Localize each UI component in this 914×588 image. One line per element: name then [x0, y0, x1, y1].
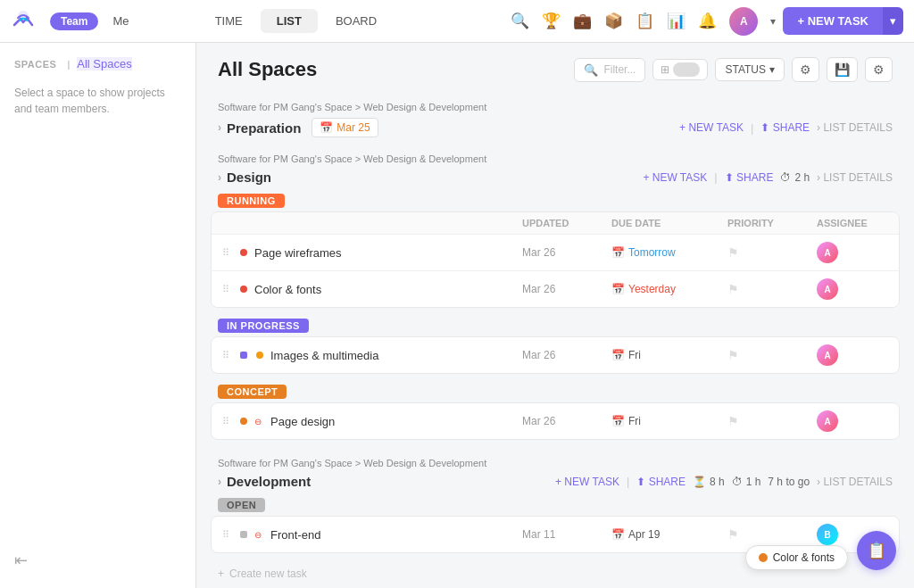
open-dev-group-header: OPEN [196, 494, 914, 516]
task-status-dot [256, 352, 263, 359]
preparation-header: › Preparation 📅 Mar 25 + NEW TASK | ⬆ SH… [196, 114, 914, 143]
task-assignee: A [817, 344, 838, 366]
chevron-down-icon[interactable]: ▾ [770, 15, 776, 28]
task-priority-dot [240, 531, 247, 538]
design-share[interactable]: ⬆ SHARE [725, 171, 774, 184]
preparation-new-task[interactable]: + NEW TASK [679, 121, 744, 134]
design-new-task[interactable]: + NEW TASK [643, 171, 707, 184]
development-path: Software for PM Gang's Space > Web Desig… [196, 447, 914, 470]
floating-action-button[interactable]: 📋 [857, 531, 896, 570]
design-time-badge: ⏱2 h [780, 171, 810, 184]
development-header: › Development + NEW TASK | ⬆ SHARE ⏳8 h … [196, 470, 914, 494]
spaces-label: SPACES [14, 59, 56, 70]
sidebar-separator: | [67, 59, 70, 70]
view-toggle[interactable] [673, 62, 700, 77]
task-assignee: B [817, 524, 838, 545]
briefcase-icon[interactable]: 💼 [573, 12, 592, 30]
task-flag: ⚑ [727, 282, 817, 296]
table-row[interactable]: ⠿ ⊖ Page design Mar 26 📅 Fri ⚑ A [212, 403, 899, 439]
tab-time[interactable]: TIME [199, 9, 259, 33]
preparation-list-details[interactable]: › LIST DETAILS [817, 121, 893, 134]
inprogress-task-table: ⠿ Images & multimedia Mar 26 📅 Fri ⚑ A [211, 336, 900, 374]
tab-list[interactable]: LIST [261, 9, 318, 33]
color-fonts-label: Color & fonts [773, 551, 835, 564]
chevron-icon: › [218, 171, 221, 184]
filter-bar: 🔍 Filter... ⊞ STATUS ▾ ⚙ 💾 ⚙ [574, 57, 893, 82]
user-avatar[interactable]: A [729, 7, 758, 36]
task-status-icon: ⊖ [254, 530, 262, 540]
filter-search-icon: 🔍 [584, 63, 598, 77]
concept-task-table: ⠿ ⊖ Page design Mar 26 📅 Fri ⚑ A [211, 402, 900, 440]
design-actions: + NEW TASK | ⬆ SHARE ⏱2 h › LIST DETAILS [643, 170, 893, 184]
dev-time-badge3: 7 h to go [768, 476, 810, 488]
list-icon[interactable]: 📋 [636, 12, 654, 30]
sidebar-item-all-spaces[interactable]: All Spaces [77, 57, 131, 70]
sidebar-description: Select a space to show projects and team… [0, 78, 195, 117]
running-badge: RUNNING [218, 194, 285, 208]
sidebar-header: SPACES | All Spaces [0, 54, 195, 78]
task-priority-dot [240, 418, 247, 425]
task-title: Page wireframes [254, 246, 342, 260]
toggle-wrap: ⊞ [652, 59, 708, 80]
filter-input[interactable]: 🔍 Filter... [574, 58, 645, 82]
tab-board[interactable]: BOARD [320, 9, 393, 33]
team-badge[interactable]: Team [50, 12, 98, 30]
status-filter-button[interactable]: STATUS ▾ [715, 58, 785, 81]
preparation-share[interactable]: ⬆ SHARE [760, 121, 810, 134]
task-updated: Mar 26 [522, 246, 611, 259]
sidebar-collapse-button[interactable]: ⇤ [0, 543, 195, 577]
drag-handle: ⠿ [222, 529, 229, 541]
settings-icon-button[interactable]: ⚙ [865, 57, 893, 82]
table-row[interactable]: ⠿ Images & multimedia Mar 26 📅 Fri ⚑ A [212, 337, 899, 373]
grid-icon: ⊞ [661, 63, 669, 76]
task-name: ⠿ ⊖ Front-end [222, 528, 522, 542]
task-flag: ⚑ [727, 245, 817, 260]
new-task-button[interactable]: + NEW TASK [783, 7, 883, 35]
task-due: 📅 Fri [611, 415, 727, 427]
sidebar: SPACES | All Spaces Select a space to sh… [0, 43, 196, 588]
task-updated: Mar 26 [522, 283, 611, 295]
task-name: ⠿ Page wireframes [222, 246, 522, 260]
table-row[interactable]: ⠿ Page wireframes Mar 26 📅 Tomorrow ⚑ A [212, 235, 899, 271]
development-actions: + NEW TASK | ⬆ SHARE ⏳8 h ⏱1 h 7 h to go… [555, 475, 893, 488]
task-assignee: A [817, 278, 838, 300]
logo [11, 9, 36, 34]
filter-icon-button[interactable]: ⚙ [792, 57, 819, 82]
chart-icon[interactable]: 📊 [667, 12, 686, 30]
col-priority: PRIORITY [727, 218, 817, 228]
topnav: Team Me TIME LIST BOARD 🔍 🏆 💼 📦 📋 📊 🔔 A … [0, 0, 914, 43]
col-due-date: DUE DATE [611, 218, 727, 228]
nav-tabs: TIME LIST BOARD [199, 9, 393, 33]
task-assignee: A [817, 242, 838, 263]
open-badge: OPEN [218, 498, 265, 512]
color-fonts-dot [759, 553, 768, 562]
chevron-icon: › [218, 476, 221, 488]
task-name: ⠿ ⊖ Page design [222, 415, 522, 428]
cube-icon[interactable]: 📦 [604, 12, 623, 30]
task-name: ⠿ Images & multimedia [222, 349, 522, 362]
drag-handle: ⠿ [222, 416, 229, 427]
table-row[interactable]: ⠿ Color & fonts Mar 26 📅 Yesterday ⚑ A [212, 271, 899, 307]
running-group-header: RUNNING [196, 190, 914, 211]
dev-share[interactable]: ⬆ SHARE [636, 476, 686, 488]
me-button[interactable]: Me [105, 11, 136, 31]
task-due: 📅 Yesterday [611, 283, 727, 295]
task-status-icon: ⊖ [254, 417, 262, 427]
bell-icon[interactable]: 🔔 [698, 12, 717, 30]
page-title: All Spaces [218, 58, 317, 81]
design-list-details[interactable]: › LIST DETAILS [817, 171, 893, 184]
inprogress-badge: IN PROGRESS [218, 319, 309, 333]
search-icon[interactable]: 🔍 [511, 12, 529, 30]
task-title: Page design [270, 415, 335, 428]
dev-list-details[interactable]: › LIST DETAILS [817, 476, 893, 488]
color-fonts-chip[interactable]: Color & fonts [745, 545, 848, 570]
status-label: STATUS [725, 63, 766, 76]
task-priority-dot [240, 352, 247, 359]
save-icon-button[interactable]: 💾 [827, 57, 858, 82]
task-due: 📅 Tomorrow [611, 246, 727, 259]
new-task-dropdown[interactable]: ▾ [883, 7, 903, 35]
inprogress-group-header: IN PROGRESS [196, 315, 914, 336]
dev-new-task[interactable]: + NEW TASK [555, 476, 619, 488]
task-updated: Mar 11 [522, 528, 611, 541]
trophy-icon[interactable]: 🏆 [542, 12, 561, 30]
